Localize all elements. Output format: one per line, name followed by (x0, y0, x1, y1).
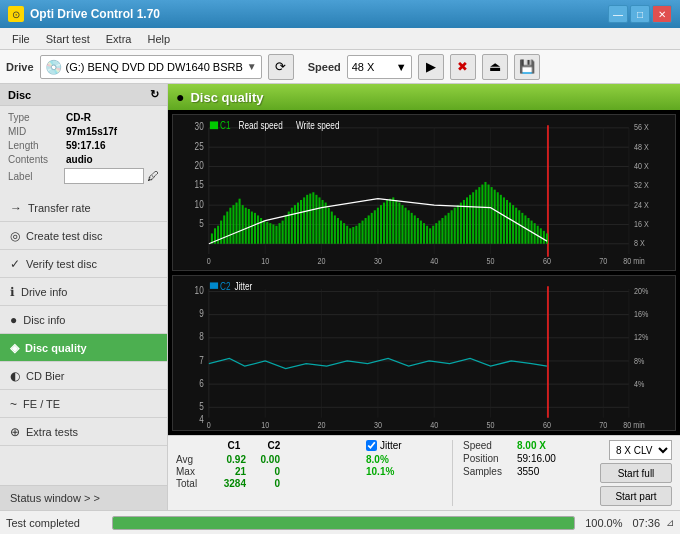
svg-rect-107 (405, 208, 407, 244)
stats-avg-row: Avg 0.92 0.00 (176, 454, 366, 465)
sidebar-item-disc-info[interactable]: ● Disc info (0, 306, 167, 334)
sidebar-item-transfer-rate[interactable]: → Transfer rate (0, 194, 167, 222)
verify-test-disc-icon: ✓ (10, 257, 20, 271)
label-input[interactable] (64, 168, 144, 184)
svg-rect-136 (494, 190, 496, 244)
svg-text:9: 9 (199, 308, 204, 319)
svg-rect-83 (331, 212, 333, 244)
main-content: ● Disc quality (168, 84, 680, 510)
speed-label: Speed (308, 61, 341, 73)
drive-dropdown-arrow[interactable]: ▼ (247, 61, 257, 72)
sidebar-item-label: Extra tests (26, 426, 78, 438)
titlebar-left: ⊙ Opti Drive Control 1.70 (8, 6, 160, 22)
svg-rect-67 (282, 221, 284, 244)
titlebar: ⊙ Opti Drive Control 1.70 — □ ✕ (0, 0, 680, 28)
svg-rect-108 (408, 210, 410, 243)
svg-rect-73 (300, 200, 302, 244)
sidebar-item-create-test-disc[interactable]: ◎ Create test disc (0, 222, 167, 250)
svg-text:30: 30 (374, 420, 382, 430)
stats-max-row: Max 21 0 (176, 466, 366, 477)
close-button[interactable]: ✕ (652, 5, 672, 23)
erase-button[interactable]: ✖ (450, 54, 476, 80)
svg-rect-96 (371, 213, 373, 244)
refresh-icon[interactable]: ↻ (150, 88, 159, 101)
svg-rect-104 (395, 200, 397, 244)
menu-start-test[interactable]: Start test (38, 31, 98, 47)
svg-rect-151 (540, 228, 542, 243)
speed-select[interactable]: 48 X ▼ (347, 55, 412, 79)
status-window-button[interactable]: Status window > > (0, 485, 167, 510)
sidebar-nav: → Transfer rate ◎ Create test disc ✓ Ver… (0, 194, 167, 446)
svg-text:20: 20 (195, 160, 204, 171)
svg-rect-106 (401, 205, 403, 244)
svg-text:30: 30 (195, 122, 204, 133)
svg-rect-133 (484, 182, 486, 244)
svg-rect-102 (389, 199, 391, 244)
eject-button[interactable]: ⏏ (482, 54, 508, 80)
chart-c1: 30 25 20 15 10 5 56 X 48 X 40 X 32 X 24 … (172, 114, 676, 271)
svg-text:30: 30 (374, 257, 382, 267)
stats-panel: C1 C2 Avg 0.92 0.00 Max 21 0 Total 3284 … (168, 435, 680, 510)
svg-text:C1: C1 (220, 120, 230, 131)
progress-percent: 100.0% (585, 517, 622, 529)
svg-text:Write speed: Write speed (296, 120, 340, 131)
disc-quality-header-icon: ● (176, 89, 184, 105)
stats-c1c2: C1 C2 Avg 0.92 0.00 Max 21 0 Total 3284 … (176, 440, 366, 506)
sidebar-item-disc-quality[interactable]: ◈ Disc quality (0, 334, 167, 362)
total-c1-value: 3284 (216, 478, 246, 489)
menu-help[interactable]: Help (139, 31, 178, 47)
jitter-checkbox[interactable] (366, 440, 377, 451)
svg-rect-117 (435, 223, 437, 244)
main-layout: Disc ↻ Type CD-R MID 97m15s17f Length 59… (0, 84, 680, 510)
minimize-button[interactable]: — (608, 5, 628, 23)
status-time: 07:36 (632, 517, 660, 529)
svg-text:C2: C2 (220, 281, 230, 292)
max-jitter-value: 10.1% (366, 466, 394, 477)
max-label: Max (176, 466, 212, 477)
max-c2-value: 0 (250, 466, 280, 477)
svg-text:16%: 16% (634, 309, 648, 319)
svg-rect-52 (235, 203, 237, 244)
go-button[interactable]: ▶ (418, 54, 444, 80)
drive-select[interactable]: 💿 (G:) BENQ DVD DD DW1640 BSRB ▼ (40, 55, 262, 79)
start-part-button[interactable]: Start part (600, 486, 672, 506)
sidebar-item-cd-bier[interactable]: ◐ CD Bier (0, 362, 167, 390)
svg-text:10: 10 (195, 285, 204, 296)
speed-row: Speed 8.00 X (463, 440, 556, 451)
start-full-button[interactable]: Start full (600, 463, 672, 483)
stats-jitter: Jitter 8.0% 10.1% (366, 440, 446, 506)
svg-text:5: 5 (199, 218, 204, 229)
svg-text:5: 5 (199, 401, 204, 412)
menu-file[interactable]: File (4, 31, 38, 47)
sidebar-item-fe-te[interactable]: ~ FE / TE (0, 390, 167, 418)
speed-dropdown-arrow[interactable]: ▼ (396, 61, 407, 73)
drive-info-icon: ℹ (10, 285, 15, 299)
drive-refresh-button[interactable]: ⟳ (268, 54, 294, 80)
disc-info-panel: Type CD-R MID 97m15s17f Length 59:17.16 … (0, 106, 167, 190)
svg-rect-114 (426, 226, 428, 244)
svg-text:4: 4 (199, 413, 204, 424)
svg-text:15: 15 (195, 180, 204, 191)
sidebar-item-verify-test-disc[interactable]: ✓ Verify test disc (0, 250, 167, 278)
save-button[interactable]: 💾 (514, 54, 540, 80)
maximize-button[interactable]: □ (630, 5, 650, 23)
charts-container: 30 25 20 15 10 5 56 X 48 X 40 X 32 X 24 … (168, 110, 680, 435)
chart-c1-svg: 30 25 20 15 10 5 56 X 48 X 40 X 32 X 24 … (173, 115, 675, 270)
drive-label: Drive (6, 61, 34, 73)
svg-rect-110 (414, 215, 416, 243)
svg-rect-125 (460, 203, 462, 244)
svg-rect-76 (309, 194, 311, 244)
svg-rect-127 (466, 197, 468, 243)
sidebar-item-label: Disc info (23, 314, 65, 326)
app-icon: ⊙ (8, 6, 24, 22)
label-edit-icon[interactable]: 🖊 (147, 169, 159, 183)
sidebar-item-extra-tests[interactable]: ⊕ Extra tests (0, 418, 167, 446)
avg-jitter-value: 8.0% (366, 454, 389, 465)
svg-rect-90 (352, 227, 354, 244)
svg-rect-143 (515, 208, 517, 244)
clv-select[interactable]: 8 X CLV (609, 440, 672, 460)
menu-extra[interactable]: Extra (98, 31, 140, 47)
resize-icon: ⊿ (666, 517, 674, 528)
sidebar-item-drive-info[interactable]: ℹ Drive info (0, 278, 167, 306)
svg-rect-111 (417, 218, 419, 244)
